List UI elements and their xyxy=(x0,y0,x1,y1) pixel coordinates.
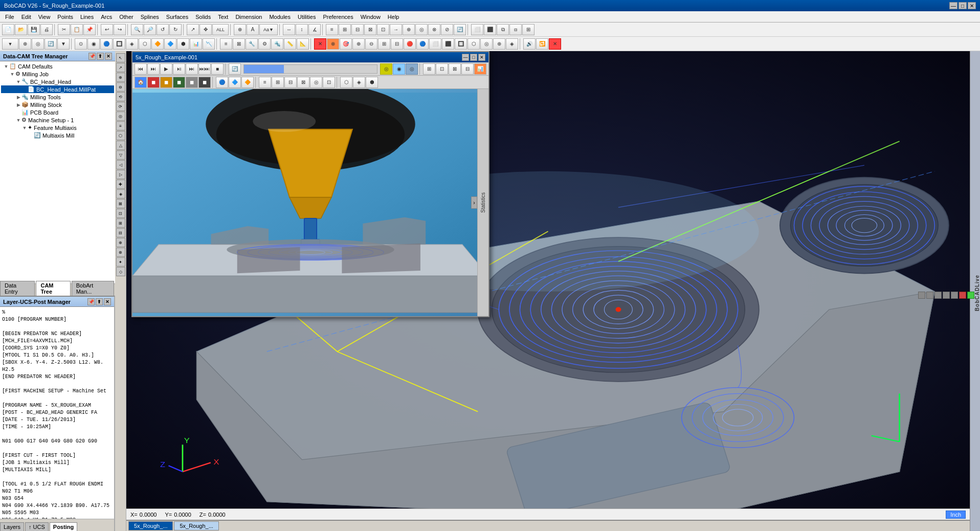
nav-btn-9[interactable]: ⬡ xyxy=(116,131,125,140)
sw2-cube2-btn[interactable]: 🔷 xyxy=(229,77,241,88)
nav-btn-2[interactable]: ↗ xyxy=(116,63,125,72)
tb-window[interactable]: ⬜ xyxy=(471,24,483,35)
tb-pts4[interactable]: ⊘ xyxy=(441,24,453,35)
tb-select[interactable]: ↗ xyxy=(187,24,199,35)
menu-points[interactable]: Points xyxy=(54,13,76,21)
sw2-path3-btn[interactable]: ⊟ xyxy=(284,77,297,88)
sw-reload-btn[interactable]: 🔄 xyxy=(229,63,241,75)
live-gray-btn-5[interactable] xyxy=(918,292,925,299)
nav-btn-7[interactable]: ◎ xyxy=(116,112,125,121)
tb-print[interactable]: 🖨 xyxy=(40,24,53,35)
tb2-18[interactable]: ⊠ xyxy=(233,38,245,50)
sw-dot-btn[interactable]: ⊡ xyxy=(436,63,448,75)
sw2-gray-btn[interactable]: ◼ xyxy=(186,77,198,88)
tb2-11[interactable]: ⬡ xyxy=(139,38,151,50)
sw2-dk2-btn[interactable]: ◼ xyxy=(198,77,211,88)
nav-btn-15[interactable]: ◈ xyxy=(116,189,125,198)
tb2-2[interactable]: ⊕ xyxy=(19,38,31,50)
tb-window2[interactable]: ⬛ xyxy=(484,24,496,35)
tree-item-pcb-board[interactable]: 📊 PCB Board xyxy=(1,108,114,116)
nav-btn-5[interactable]: ⟲ xyxy=(116,92,125,101)
menu-surfaces[interactable]: Surfaces xyxy=(163,13,191,21)
tb-pts1[interactable]: ⊕ xyxy=(403,24,415,35)
menu-lines[interactable]: Lines xyxy=(77,13,97,21)
sw-circle1-btn[interactable]: ◎ xyxy=(380,63,392,75)
tb2-9[interactable]: 🔲 xyxy=(113,38,125,50)
sub-min-btn[interactable]: — xyxy=(462,54,469,61)
sw2-path1-btn[interactable]: ≡ xyxy=(259,77,271,88)
tree-item-milling-stock[interactable]: ▶ 📦 Milling Stock xyxy=(1,101,114,108)
nav-btn-4[interactable]: ⊖ xyxy=(116,82,125,92)
tb2-8[interactable]: 🔵 xyxy=(100,38,113,50)
sw2-view2-btn[interactable]: ◈ xyxy=(353,77,365,88)
tb-save[interactable]: 💾 xyxy=(28,24,40,35)
sw-pause-btn[interactable]: ⏯ xyxy=(173,63,185,75)
tb-move[interactable]: ✥ xyxy=(199,24,212,35)
sw2-path6-btn[interactable]: ⊡ xyxy=(323,77,335,88)
tb-refresh2[interactable]: 🔄 xyxy=(454,24,466,35)
tb2-7[interactable]: ◉ xyxy=(87,38,100,50)
nav-btn-18[interactable]: ⊞ xyxy=(116,218,125,228)
close-button[interactable]: ✕ xyxy=(968,2,976,9)
tb-snap[interactable]: ⊕ xyxy=(234,24,246,35)
tb-zoom-in[interactable]: 🔍 xyxy=(131,24,143,35)
tree-item-machine-setup[interactable]: ▼ ⚙ Machine Setup - 1 xyxy=(1,116,114,124)
menu-view[interactable]: View xyxy=(35,13,54,21)
tb2-16[interactable]: 📉 xyxy=(203,38,215,50)
tb-merge[interactable]: ⊞ xyxy=(522,24,534,35)
sw2-cube3-btn[interactable]: 🔶 xyxy=(241,77,254,88)
cam-pin-btn[interactable]: 📌 xyxy=(88,53,96,60)
tb2-42[interactable]: ✕ xyxy=(549,38,561,50)
tb2-13[interactable]: 🔷 xyxy=(164,38,176,50)
tb-pts2[interactable]: ◎ xyxy=(415,24,428,35)
tb2-35[interactable]: 🔲 xyxy=(455,38,467,50)
sw-circle3-btn[interactable]: ◎ xyxy=(406,63,418,75)
sw-last-btn[interactable]: ⏭⏭ xyxy=(198,63,211,75)
nav-btn-11[interactable]: ▽ xyxy=(116,150,125,160)
bottom-tab-2[interactable]: 5x_Rough_... xyxy=(174,521,218,530)
cam-close-btn[interactable]: ✕ xyxy=(105,53,112,60)
tb-3d2[interactable]: ⊞ xyxy=(339,24,351,35)
sw-pattern-btn[interactable]: ⊠ xyxy=(449,63,461,75)
menu-splines[interactable]: Splines xyxy=(138,13,162,21)
live-red-btn[interactable] xyxy=(959,292,966,299)
lower-float-btn[interactable]: ⬆ xyxy=(96,298,103,305)
tb-all[interactable]: ALL xyxy=(212,24,229,35)
tb2-24[interactable]: ✕ xyxy=(314,38,326,50)
tb-copies2[interactable]: ⧈ xyxy=(509,24,522,35)
tb-3d5[interactable]: ⊡ xyxy=(377,24,389,35)
live-gray-btn-4[interactable] xyxy=(926,292,933,299)
tb-font[interactable]: Aa▼ xyxy=(259,24,278,35)
tb2-6[interactable]: ⊙ xyxy=(75,38,87,50)
tree-item-bc-head-millpat[interactable]: 📄 BC_Head_Head.MillPat xyxy=(1,85,114,93)
tree-item-feature-multiaxis[interactable]: ▼ ✦ Feature Multiaxis xyxy=(1,124,114,131)
tb2-29[interactable]: ⊞ xyxy=(378,38,390,50)
cam-float-btn[interactable]: ⬆ xyxy=(97,53,104,60)
nav-btn-1[interactable]: ↖ xyxy=(116,53,125,62)
tb-dim3[interactable]: ∡ xyxy=(308,24,321,35)
tab-posting[interactable]: Posting xyxy=(50,522,77,531)
tab-data-entry[interactable]: Data Entry xyxy=(0,281,35,296)
tree-item-bc-head[interactable]: ▼ 🔧 BC_Head_Head xyxy=(1,78,114,85)
tb2-5[interactable]: ▼ xyxy=(57,38,70,50)
menu-edit[interactable]: Edit xyxy=(18,13,34,21)
maximize-button[interactable]: □ xyxy=(959,2,967,9)
tb-refresh[interactable]: ↻ xyxy=(169,24,182,35)
tb2-30[interactable]: ⊟ xyxy=(391,38,403,50)
nav-btn-13[interactable]: ▷ xyxy=(116,170,125,179)
nav-btn-6[interactable]: ⟳ xyxy=(116,102,125,111)
tb2-23[interactable]: 📐 xyxy=(297,38,309,50)
tb-dim1[interactable]: ↔ xyxy=(283,24,295,35)
tree-item-milling-tools[interactable]: ▶ 🔩 Milling Tools xyxy=(1,93,114,101)
nav-btn-16[interactable]: ⊠ xyxy=(116,199,125,208)
nav-btn-20[interactable]: ⊕ xyxy=(116,238,125,247)
tb2-20[interactable]: ⚙ xyxy=(258,38,271,50)
tb-paste[interactable]: 📌 xyxy=(83,24,96,35)
tb2-41[interactable]: 🔁 xyxy=(536,38,548,50)
tb2-32[interactable]: 🔵 xyxy=(416,38,429,50)
menu-text[interactable]: Text xyxy=(215,13,231,21)
sub-viewport[interactable]: Statistics › xyxy=(132,89,488,316)
tb2-21[interactable]: 🔩 xyxy=(271,38,283,50)
tb-3d3[interactable]: ⊟ xyxy=(351,24,364,35)
minimize-button[interactable]: — xyxy=(949,2,957,9)
